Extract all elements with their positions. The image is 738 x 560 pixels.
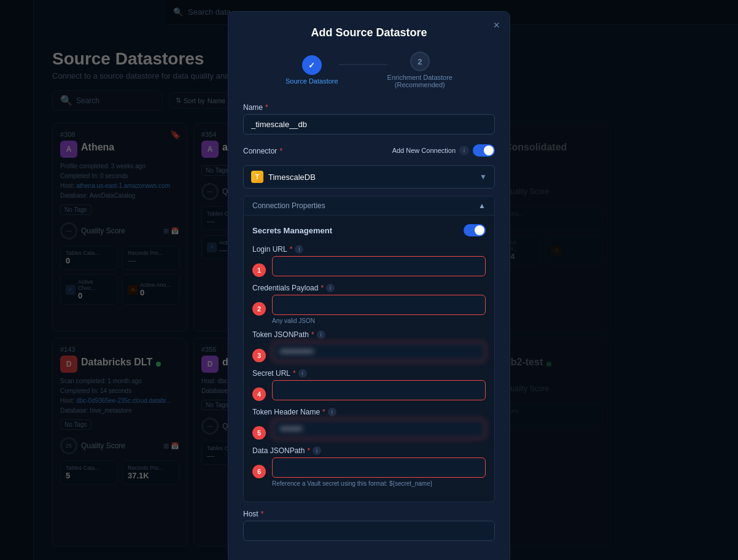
conn-props-label: Connection Properties (252, 201, 325, 210)
secret-url-input[interactable] (272, 380, 486, 400)
data-jsonpath-input[interactable] (272, 457, 486, 478)
step-2-label: Enrichment Datastore (Recommended) (387, 74, 453, 88)
connector-select[interactable]: T TimescaleDB ▼ (243, 165, 495, 189)
add-source-modal: × Add Source Datastore ✓ Source Datastor… (228, 11, 510, 560)
login-url-label: Login URL * i (252, 245, 486, 254)
token-jsonpath-wrapper: 3 (272, 341, 486, 369)
host-label: Host * (243, 510, 495, 518)
secret-url-label: Secret URL * i (252, 369, 486, 378)
step-badge-2: 2 (252, 302, 266, 316)
required-star: * (320, 284, 324, 292)
token-header-info-icon[interactable]: i (328, 408, 336, 416)
connector-left: Connector * (243, 147, 386, 158)
data-jsonpath-wrapper: 6 (272, 457, 486, 485)
token-jsonpath-input[interactable] (272, 341, 486, 362)
step-badge-4: 4 (252, 387, 266, 401)
secrets-toggle[interactable] (464, 224, 486, 236)
step-badge-1: 1 (252, 263, 266, 277)
step-badge-6: 6 (252, 465, 266, 478)
data-jsonpath-label: Data JSONPath * i (252, 446, 486, 455)
name-input[interactable] (243, 114, 495, 134)
login-url-info-icon[interactable]: i (295, 245, 303, 254)
credentials-payload-input[interactable] (272, 295, 486, 315)
connector-value: TimescaleDB (268, 173, 316, 182)
step-2: 2 Enrichment Datastore (Recommended) (387, 52, 453, 88)
connector-right: Add New Connection i (392, 144, 495, 157)
connector-label: Connector * (243, 147, 386, 155)
required-star: * (322, 408, 325, 416)
secrets-label: Secrets Management (252, 226, 332, 235)
steps-row: ✓ Source Datastore 2 Enrichment Datastor… (243, 52, 495, 88)
step-1: ✓ Source Datastore (285, 55, 338, 85)
token-header-wrapper: 5 (272, 419, 486, 446)
secret-url-wrapper: 4 (272, 380, 486, 408)
step-2-circle: 2 (410, 52, 430, 71)
token-jsonpath-info-icon[interactable]: i (317, 330, 325, 339)
step-badge-3: 3 (252, 349, 266, 362)
modal-header: Add Source Datastore (243, 26, 495, 39)
login-url-wrapper: 1 (272, 256, 486, 284)
credentials-info-icon[interactable]: i (326, 284, 335, 292)
credentials-payload-label: Credentials Payload * i (252, 284, 486, 292)
add-conn-info-icon[interactable]: i (459, 146, 469, 155)
host-section: Host * (243, 510, 495, 548)
required-star: * (290, 245, 293, 254)
token-header-input[interactable] (272, 419, 486, 439)
modal-title: Add Source Datastore (243, 26, 495, 39)
add-conn-label: Add New Connection (392, 147, 456, 154)
required-star: * (311, 330, 314, 339)
required-star: * (265, 103, 268, 112)
secrets-management-row: Secrets Management (252, 224, 486, 236)
required-star: * (293, 369, 296, 378)
step-1-label: Source Datastore (285, 77, 338, 85)
step-line (338, 64, 387, 65)
secret-url-info-icon[interactable]: i (298, 369, 307, 378)
host-input[interactable] (243, 521, 495, 541)
token-header-label: Token Header Name * i (252, 408, 486, 416)
timescaledb-logo: T (251, 171, 263, 183)
data-jsonpath-info-icon[interactable]: i (313, 446, 321, 455)
chevron-down-icon: ▼ (480, 173, 487, 181)
token-jsonpath-label: Token JSONPath * i (252, 330, 486, 339)
login-url-input[interactable] (272, 256, 486, 276)
conn-props-header[interactable]: Connection Properties ▲ (243, 196, 495, 216)
credentials-payload-wrapper: 2 (272, 295, 486, 322)
chevron-up-icon: ▲ (478, 201, 486, 210)
conn-props-body: Secrets Management Login URL * i 1 Crede… (243, 216, 495, 502)
add-conn-toggle[interactable] (473, 144, 495, 157)
connector-row: Connector * Add New Connection i (243, 144, 495, 158)
step-badge-5: 5 (252, 426, 266, 440)
name-label: Name * (243, 103, 495, 112)
step-1-circle: ✓ (302, 55, 322, 75)
modal-close-button[interactable]: × (493, 19, 500, 32)
required-star: * (279, 147, 282, 155)
connector-select-inner: T TimescaleDB (251, 171, 316, 183)
required-star: * (261, 510, 264, 518)
required-star: * (307, 446, 310, 455)
